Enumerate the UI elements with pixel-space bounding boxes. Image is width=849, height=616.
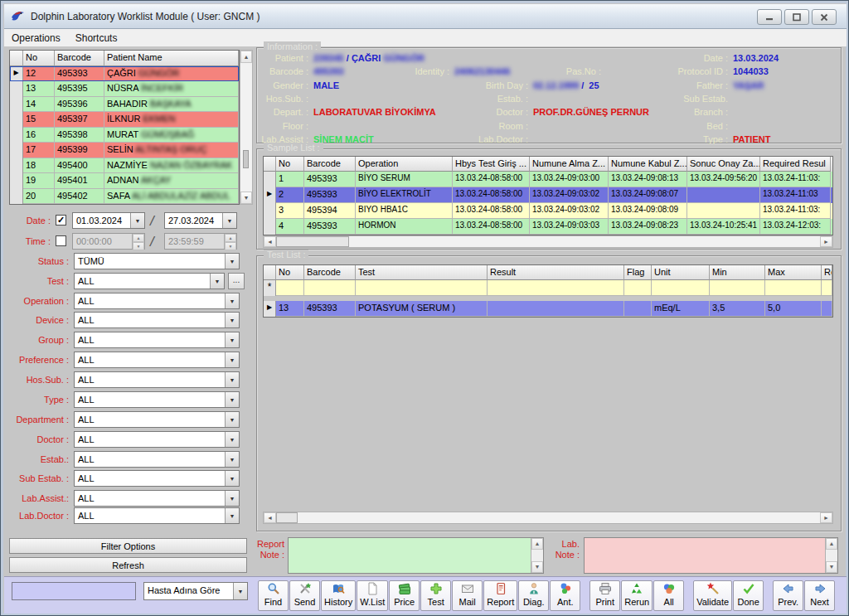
close-button[interactable] <box>812 9 837 25</box>
patient-row[interactable]: 17495399SELİN ALTINTAŞ ORUÇ <box>10 143 239 158</box>
wlist-button[interactable]: W.List <box>357 580 388 611</box>
time-to-spinner[interactable]: 23:59:59 ▲▼ <box>164 233 237 250</box>
row-selector[interactable] <box>10 158 23 173</box>
price-button[interactable]: Price <box>389 580 420 611</box>
filter-cell[interactable] <box>652 280 710 296</box>
row-selector[interactable] <box>10 81 23 96</box>
lab-note-scrollbar[interactable]: ▲▼ <box>825 538 837 573</box>
row-selector[interactable]: ▶ <box>10 66 23 81</box>
chevron-down-icon[interactable]: ▼ <box>233 583 247 599</box>
row-selector[interactable] <box>10 189 23 204</box>
test-button[interactable]: Test <box>420 580 451 611</box>
validate-button[interactable]: Validate <box>693 580 732 611</box>
column-header-selector[interactable] <box>10 51 23 66</box>
rerun-button[interactable]: Rerun <box>621 580 653 611</box>
type-filter-combo[interactable]: ALL▼ <box>74 391 240 408</box>
maximize-button[interactable] <box>784 9 809 25</box>
scroll-down-icon[interactable]: ▼ <box>240 192 252 204</box>
patient-row[interactable]: 14495396BAHADIR BAŞKAYA <box>10 97 239 112</box>
chevron-down-icon[interactable]: ▼ <box>225 508 239 523</box>
mail-button[interactable]: Mail <box>452 580 483 611</box>
column-header[interactable]: Sonuc Onay Za... <box>687 157 760 172</box>
test-list-hscrollbar[interactable]: ◄ ► <box>263 512 833 524</box>
column-header[interactable]: Flag <box>624 265 652 280</box>
sample-list-hscrollbar[interactable]: ◄ ► <box>263 235 833 248</box>
sample-row[interactable]: 1495393BİYO SERUM13.03.24-08:58:0013.03.… <box>264 172 832 187</box>
row-selector[interactable] <box>264 172 276 187</box>
scroll-thumb[interactable] <box>276 236 349 247</box>
column-header[interactable]: Refe <box>822 265 832 280</box>
chevron-down-icon[interactable]: ▼ <box>225 471 239 486</box>
lab-assist-filter-combo[interactable]: ALL▼ <box>74 490 240 507</box>
column-header[interactable]: Numune Kabul Z... <box>609 157 687 172</box>
report-button[interactable]: Report <box>483 580 517 611</box>
date-from-combo[interactable]: 01.03.2024 ▼ <box>72 212 145 229</box>
row-selector[interactable] <box>10 143 23 158</box>
column-header[interactable]: Hbys Test Giriş ... <box>453 157 530 172</box>
search-mode-combo[interactable]: Hasta Adına Göre ▼ <box>143 582 248 600</box>
chevron-down-icon[interactable]: ▼ <box>225 412 239 427</box>
chevron-down-icon[interactable]: ▼ <box>225 332 239 347</box>
filter-cell[interactable] <box>710 280 765 296</box>
new-row-marker[interactable]: * <box>264 280 276 296</box>
time-filter-checkbox[interactable] <box>56 235 66 246</box>
row-selector[interactable]: ▶ <box>264 301 276 317</box>
column-header[interactable]: Result <box>488 265 624 280</box>
column-header[interactable]: Min <box>710 265 765 280</box>
operation-filter-combo[interactable]: ALL▼ <box>74 293 240 309</box>
patient-list-scrollbar[interactable]: ▲ ▼ <box>240 50 253 205</box>
send-button[interactable]: Send <box>289 580 320 611</box>
preference-filter-combo[interactable]: ALL▼ <box>74 352 240 368</box>
chevron-down-icon[interactable]: ▼ <box>225 313 239 327</box>
filter-cell[interactable] <box>765 280 822 296</box>
patient-row[interactable]: 20495402SAFA ALİ ABDULAZİZ ABDUL <box>10 189 239 204</box>
column-header[interactable]: Barcode <box>304 157 356 172</box>
history-button[interactable]: History <box>321 580 356 611</box>
estab-filter-combo[interactable]: ALL▼ <box>74 451 240 468</box>
done-button[interactable]: Done <box>733 580 764 611</box>
refresh-button[interactable]: Refresh <box>9 557 247 573</box>
test-browse-button[interactable]: ... <box>228 273 245 289</box>
chevron-down-icon[interactable]: ▼ <box>225 392 239 407</box>
scroll-right-icon[interactable]: ► <box>820 236 832 247</box>
row-selector[interactable] <box>264 219 276 235</box>
date-to-combo[interactable]: 27.03.2024 ▼ <box>164 212 237 229</box>
patient-row[interactable]: 13495395NÜSRA İNCEFKİR <box>10 81 239 96</box>
chevron-down-icon[interactable]: ▼ <box>225 352 239 367</box>
menu-operations[interactable]: Operations <box>4 31 68 46</box>
row-selector[interactable] <box>10 97 23 112</box>
column-header[interactable]: Operation <box>356 157 453 172</box>
print-button[interactable]: Print <box>589 580 620 611</box>
chevron-down-icon[interactable]: ▼ <box>225 293 239 308</box>
doctor-filter-combo[interactable]: ALL▼ <box>74 431 240 448</box>
column-header[interactable]: Barcode <box>55 51 104 66</box>
scroll-right-icon[interactable]: ► <box>820 512 832 523</box>
row-selector[interactable] <box>10 128 23 143</box>
column-header[interactable]: No <box>23 51 55 66</box>
lab-doctor-filter-combo[interactable]: ALL▼ <box>74 507 240 524</box>
diag-button[interactable]: Diag. <box>518 580 549 611</box>
chevron-down-icon[interactable]: ▼ <box>225 491 239 506</box>
filter-cell[interactable] <box>356 280 488 296</box>
chevron-down-icon[interactable]: ▼ <box>210 274 224 289</box>
patient-row[interactable]: 18495400NAZMİYE NAZAN ÖZBAYRAK <box>10 158 239 173</box>
chevron-down-icon[interactable]: ▼ <box>225 372 239 387</box>
filter-options-button[interactable]: Filter Options <box>9 538 247 554</box>
column-header[interactable]: Barcode <box>304 265 356 280</box>
lab-note-input[interactable] <box>585 538 825 573</box>
chevron-down-icon[interactable]: ▼ <box>130 213 144 228</box>
sample-row[interactable]: 3495394BIYO HBA1C13.03.24-08:58:0013.03.… <box>264 203 832 219</box>
scroll-up-icon[interactable]: ▲ <box>240 51 252 63</box>
group-filter-combo[interactable]: ALL▼ <box>74 332 240 348</box>
scroll-thumb[interactable] <box>243 150 249 168</box>
patient-row[interactable]: 15495397İLKNUR EKMEN <box>10 112 239 127</box>
scroll-thumb[interactable] <box>276 512 298 523</box>
test-filter-combo[interactable]: ALL▼ <box>74 273 225 289</box>
row-selector[interactable]: ▶ <box>264 187 276 203</box>
patient-search-input[interactable] <box>12 582 136 600</box>
hos-sub-filter-combo[interactable]: ALL▼ <box>74 371 240 388</box>
scroll-left-icon[interactable]: ◄ <box>264 512 276 523</box>
titlebar[interactable]: Dolphin Laboratory Worklist Module ( Use… <box>4 4 847 29</box>
sub-estab-filter-combo[interactable]: ALL▼ <box>74 470 240 487</box>
next-button[interactable]: Next <box>804 580 835 611</box>
